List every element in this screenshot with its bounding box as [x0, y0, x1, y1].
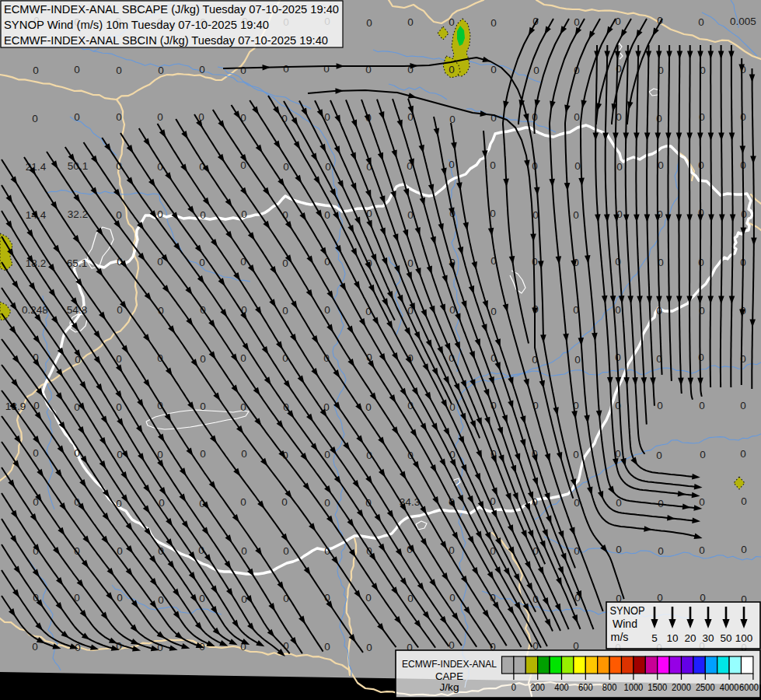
svg-text:0: 0	[573, 209, 579, 221]
svg-text:0: 0	[656, 450, 662, 461]
svg-text:0: 0	[325, 161, 331, 173]
svg-text:0: 0	[699, 496, 705, 508]
svg-text:0: 0	[117, 304, 123, 316]
svg-text:0: 0	[490, 64, 497, 75]
svg-text:ECMWF-INDEX-ANAL SBCAPE (J/kg): ECMWF-INDEX-ANAL SBCAPE (J/kg) Tuesday 0…	[4, 2, 339, 16]
svg-text:0: 0	[33, 65, 39, 76]
svg-text:0: 0	[741, 495, 747, 507]
svg-text:0: 0	[199, 64, 205, 75]
svg-text:0: 0	[699, 400, 705, 411]
svg-text:0: 0	[241, 593, 247, 605]
svg-text:0: 0	[698, 257, 704, 268]
svg-text:400: 400	[554, 682, 569, 693]
svg-text:0: 0	[532, 256, 538, 268]
svg-text:0: 0	[449, 64, 455, 75]
svg-text:0: 0	[116, 209, 122, 221]
svg-text:0: 0	[324, 497, 330, 509]
svg-text:0: 0	[116, 401, 122, 413]
svg-text:0: 0	[511, 682, 516, 693]
svg-text:0: 0	[615, 16, 621, 27]
svg-text:21.4: 21.4	[26, 161, 47, 173]
svg-text:0: 0	[616, 161, 623, 173]
svg-text:0: 0	[407, 257, 414, 269]
svg-text:0: 0	[699, 544, 705, 556]
svg-text:0: 0	[658, 159, 664, 171]
svg-text:0: 0	[200, 353, 206, 365]
svg-text:0: 0	[698, 16, 704, 28]
svg-text:5: 5	[651, 632, 658, 644]
svg-text:ECMWF-INDEX-ANAL SBCIN (J/kg): ECMWF-INDEX-ANAL SBCIN (J/kg) Tuesday 07…	[4, 33, 328, 47]
svg-text:0: 0	[698, 352, 704, 363]
svg-text:0: 0	[199, 257, 205, 268]
svg-text:CAPE: CAPE	[435, 671, 463, 682]
svg-text:0: 0	[324, 209, 330, 221]
svg-text:0: 0	[241, 448, 247, 460]
svg-text:0: 0	[200, 448, 206, 460]
svg-text:0: 0	[283, 63, 289, 75]
svg-text:0: 0	[658, 545, 664, 557]
svg-text:0: 0	[449, 159, 455, 170]
svg-text:0: 0	[574, 16, 580, 28]
svg-text:0: 0	[533, 65, 539, 76]
svg-text:0: 0	[33, 447, 39, 459]
svg-text:2500: 2500	[696, 682, 715, 693]
svg-text:1000: 1000	[624, 682, 644, 693]
svg-text:1500: 1500	[648, 682, 667, 693]
svg-text:0: 0	[700, 449, 706, 460]
svg-text:600: 600	[578, 682, 593, 693]
svg-text:0: 0	[574, 354, 581, 366]
svg-text:0: 0	[740, 111, 746, 123]
svg-text:0: 0	[200, 401, 206, 412]
svg-text:0: 0	[323, 63, 330, 75]
svg-text:0: 0	[490, 17, 497, 29]
svg-text:0: 0	[281, 496, 288, 508]
svg-text:4000: 4000	[720, 682, 739, 693]
svg-text:0: 0	[532, 209, 539, 221]
svg-text:0: 0	[407, 16, 414, 28]
svg-text:0: 0	[282, 305, 288, 317]
svg-text:0: 0	[740, 400, 746, 411]
svg-text:0: 0	[449, 592, 456, 604]
svg-text:0: 0	[74, 64, 80, 75]
svg-text:0: 0	[117, 449, 123, 460]
svg-text:Wind: Wind	[613, 618, 637, 630]
svg-text:0: 0	[116, 111, 122, 123]
svg-text:200: 200	[530, 682, 545, 693]
svg-text:0: 0	[324, 449, 330, 460]
svg-text:6000: 6000	[739, 682, 759, 693]
svg-text:0: 0	[449, 16, 455, 28]
svg-text:0: 0	[741, 544, 747, 555]
svg-text:0: 0	[283, 161, 289, 173]
svg-text:100: 100	[735, 632, 753, 644]
svg-text:20: 20	[684, 632, 696, 644]
svg-text:ECMWF-INDEX-ANAL: ECMWF-INDEX-ANAL	[402, 659, 497, 670]
svg-text:0: 0	[240, 65, 246, 76]
svg-text:0: 0	[240, 496, 246, 508]
svg-text:0.005: 0.005	[730, 16, 756, 27]
svg-text:0: 0	[32, 113, 38, 124]
svg-text:0: 0	[740, 448, 746, 460]
svg-text:m/s: m/s	[611, 631, 629, 643]
svg-text:0: 0	[490, 112, 497, 124]
svg-text:0: 0	[157, 208, 163, 220]
svg-text:0: 0	[158, 594, 164, 606]
svg-text:0: 0	[324, 641, 330, 653]
svg-text:0: 0	[240, 112, 246, 124]
svg-text:0: 0	[32, 641, 38, 653]
svg-text:0: 0	[283, 545, 289, 557]
svg-text:SYNOP Wind (m/s) 10m Tuesday 0: SYNOP Wind (m/s) 10m Tuesday 07-10-2025 …	[4, 18, 269, 31]
svg-text:0: 0	[365, 401, 372, 413]
svg-text:0: 0	[74, 111, 80, 123]
svg-text:0: 0	[698, 159, 704, 171]
svg-text:0: 0	[490, 306, 497, 317]
svg-text:0: 0	[366, 17, 372, 29]
svg-text:800: 800	[602, 682, 617, 693]
svg-text:0: 0	[657, 400, 663, 411]
svg-text:0: 0	[241, 545, 247, 557]
svg-text:J/kg: J/kg	[440, 682, 459, 693]
svg-text:0: 0	[490, 208, 496, 219]
svg-text:0: 0	[573, 449, 579, 460]
svg-text:0: 0	[240, 352, 246, 364]
svg-text:0: 0	[574, 111, 580, 123]
svg-text:0: 0	[74, 401, 80, 413]
